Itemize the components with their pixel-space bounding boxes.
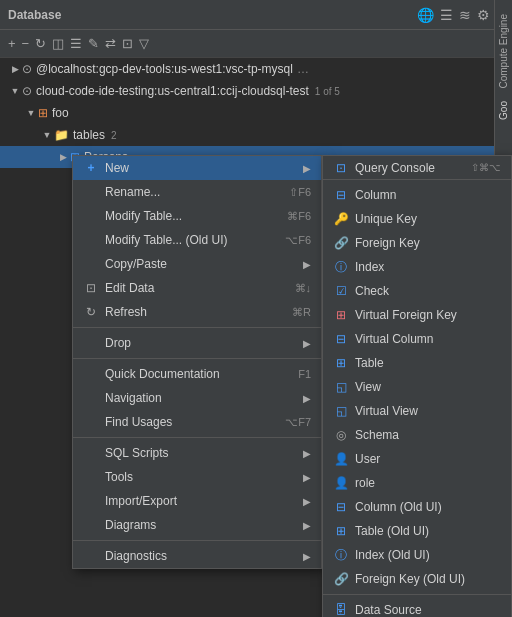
separator-1 [73, 327, 321, 328]
menu-item-check[interactable]: ☑ Check [323, 279, 511, 303]
menu-item-navigation[interactable]: Navigation ▶ [73, 386, 321, 410]
menu-item-virtual-fk[interactable]: ⊞ Virtual Foreign Key [323, 303, 511, 327]
menu-item-new[interactable]: + New ▶ [73, 156, 321, 180]
collapse-arrow-tables: ▼ [40, 130, 54, 140]
foo-label: foo [52, 106, 69, 120]
menu-item-unique-key[interactable]: 🔑 Unique Key [323, 207, 511, 231]
edit-icon[interactable]: ✎ [88, 36, 99, 51]
window-title: Database [8, 8, 61, 22]
menu-item-diagrams[interactable]: Diagrams ▶ [73, 513, 321, 537]
menu-item-rename[interactable]: Rename... ⇧F6 [73, 180, 321, 204]
menu-item-virtual-view[interactable]: ◱ Virtual View [323, 399, 511, 423]
remove-icon[interactable]: − [22, 36, 30, 51]
tree-item-tables[interactable]: ▼ 📁 tables 2 [0, 124, 512, 146]
quick-doc-shortcut: F1 [298, 368, 311, 380]
user-icon: 👤 [333, 452, 349, 466]
filter-icon[interactable]: ≋ [459, 7, 471, 23]
side-tab-goo[interactable]: Goo [496, 97, 511, 124]
menu-item-foreign-key-old[interactable]: 🔗 Foreign Key (Old UI) [323, 567, 511, 591]
menu-item-data-source[interactable]: 🗄 Data Source [323, 598, 511, 617]
menu-item-import-export[interactable]: Import/Export ▶ [73, 489, 321, 513]
refresh-text: Refresh [105, 305, 147, 319]
menu-item-copy-paste[interactable]: Copy/Paste ▶ [73, 252, 321, 276]
globe-icon[interactable]: 🌐 [417, 7, 434, 23]
data-source-label: 🗄 Data Source [333, 603, 422, 617]
edit-data-text: Edit Data [105, 281, 154, 295]
tables-count: 2 [111, 130, 117, 141]
menu-item-index-old[interactable]: ⓘ Index (Old UI) [323, 543, 511, 567]
menu-item-foreign-key[interactable]: 🔗 Foreign Key [323, 231, 511, 255]
sync-icon[interactable]: ⇄ [105, 36, 116, 51]
menu-item-column[interactable]: ⊟ Column [323, 183, 511, 207]
menu-item-schema[interactable]: ◎ Schema [323, 423, 511, 447]
navigation-label: Navigation [83, 391, 162, 405]
menu-item-index[interactable]: ⓘ Index [323, 255, 511, 279]
quick-doc-text: Quick Documentation [105, 367, 220, 381]
column-text: Column [355, 188, 396, 202]
menu-item-modify-table-old[interactable]: Modify Table... (Old UI) ⌥F6 [73, 228, 321, 252]
table-label: ⊞ Table [333, 356, 384, 370]
list-icon[interactable]: ☰ [440, 7, 453, 23]
db-icon-foo: ⊞ [38, 106, 48, 120]
menu-item-sql-scripts[interactable]: SQL Scripts ▶ [73, 441, 321, 465]
find-usages-label: Find Usages [83, 415, 172, 429]
foreign-key-icon: 🔗 [333, 236, 349, 250]
context-menu-left: + New ▶ Rename... ⇧F6 Modify Table... ⌘F… [72, 155, 322, 569]
menu-item-column-old[interactable]: ⊟ Column (Old UI) [323, 495, 511, 519]
index-icon: ⓘ [333, 259, 349, 276]
column-icon: ⊟ [333, 188, 349, 202]
properties-icon[interactable]: ☰ [70, 36, 82, 51]
query-icon[interactable]: ⊡ [122, 36, 133, 51]
menu-item-modify-table[interactable]: Modify Table... ⌘F6 [73, 204, 321, 228]
folder-icon-tables: 📁 [54, 128, 69, 142]
tree-item-localhost[interactable]: ▶ ⊙ @localhost:gcp-dev-tools:us-west1:vs… [0, 58, 512, 80]
menu-item-diagnostics[interactable]: Diagnostics ▶ [73, 544, 321, 568]
add-icon[interactable]: + [8, 36, 16, 51]
collapse-arrow-foo: ▼ [24, 108, 38, 118]
modify-table-label: Modify Table... [83, 209, 182, 223]
cloudcode-label: cloud-code-ide-testing:us-central1:ccij-… [36, 84, 309, 98]
menu-item-virtual-col[interactable]: ⊟ Virtual Column [323, 327, 511, 351]
menu-item-table-old[interactable]: ⊞ Table (Old UI) [323, 519, 511, 543]
collapse-arrow-localhost: ▶ [8, 64, 22, 74]
tree-item-cloudcode[interactable]: ▼ ⊙ cloud-code-ide-testing:us-central1:c… [0, 80, 512, 102]
menu-item-tools[interactable]: Tools ▶ [73, 465, 321, 489]
server-icon-cloudcode: ⊙ [22, 84, 32, 98]
rename-text: Rename... [105, 185, 160, 199]
settings-icon[interactable]: ⚙ [477, 7, 490, 23]
menu-item-view[interactable]: ◱ View [323, 375, 511, 399]
refresh-shortcut: ⌘R [292, 306, 311, 319]
menu-item-find-usages[interactable]: Find Usages ⌥F7 [73, 410, 321, 434]
menu-item-table[interactable]: ⊞ Table [323, 351, 511, 375]
tree-item-foo[interactable]: ▼ ⊞ foo [0, 102, 512, 124]
menu-item-user[interactable]: 👤 User [323, 447, 511, 471]
query-console-text: Query Console [355, 161, 435, 175]
tools-arrow: ▶ [303, 472, 311, 483]
data-source-icon: 🗄 [333, 603, 349, 617]
unique-key-label: 🔑 Unique Key [333, 212, 417, 226]
diagnostics-arrow: ▶ [303, 551, 311, 562]
menu-item-query-console[interactable]: ⊡ Query Console ⇧⌘⌥ [323, 156, 511, 180]
table-text: Table [355, 356, 384, 370]
new-arrow: ▶ [303, 163, 311, 174]
schema-icon[interactable]: ◫ [52, 36, 64, 51]
edit-data-icon: ⊡ [83, 281, 99, 295]
schema-label: ◎ Schema [333, 428, 399, 442]
check-label: ☑ Check [333, 284, 389, 298]
menu-item-refresh[interactable]: ↻ Refresh ⌘R [73, 300, 321, 324]
filter2-icon[interactable]: ▽ [139, 36, 149, 51]
side-tab-compute-engine[interactable]: Compute Engine [496, 10, 511, 93]
refresh-label: ↻ Refresh [83, 305, 147, 319]
menu-item-drop[interactable]: Drop ▶ [73, 331, 321, 355]
localhost-badge: … [297, 62, 309, 76]
menu-item-quick-doc[interactable]: Quick Documentation F1 [73, 362, 321, 386]
refresh-icon[interactable]: ↻ [35, 36, 46, 51]
user-text: User [355, 452, 380, 466]
index-old-icon: ⓘ [333, 547, 349, 564]
menu-item-edit-data[interactable]: ⊡ Edit Data ⌘↓ [73, 276, 321, 300]
unique-key-icon: 🔑 [333, 212, 349, 226]
diagrams-arrow: ▶ [303, 520, 311, 531]
context-menu-right: ⊡ Query Console ⇧⌘⌥ ⊟ Column 🔑 Unique Ke… [322, 155, 512, 617]
drop-text: Drop [105, 336, 131, 350]
menu-item-role[interactable]: 👤 role [323, 471, 511, 495]
